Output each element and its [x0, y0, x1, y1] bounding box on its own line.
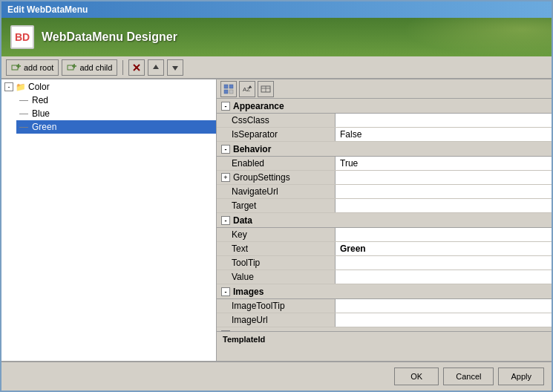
- prop-imagetooltip: ImageToolTip: [217, 299, 552, 313]
- categorize-icon: [223, 84, 234, 94]
- dash-icon: —: [19, 95, 28, 105]
- prop-isseparator-name: IsSeparator: [217, 128, 336, 141]
- prop-value-name: Value: [217, 270, 336, 284]
- section-images: - Images: [217, 284, 552, 299]
- right-toolbar: AZ: [217, 79, 552, 99]
- section-images-label: Images: [233, 287, 264, 297]
- prop-key: Key: [217, 228, 552, 242]
- prop-key-value[interactable]: [336, 228, 552, 241]
- tree-root-label: Color: [28, 82, 50, 92]
- header-banner: BD WebDataMenu Designer: [1, 18, 552, 56]
- data-expand[interactable]: -: [221, 216, 230, 225]
- section-appearance-label: Appearance: [233, 101, 284, 111]
- prop-value-row: Value: [217, 270, 552, 284]
- move-down-icon: [171, 63, 180, 72]
- prop-tooltip-value[interactable]: [336, 256, 552, 270]
- tree-leaf-red-label: Red: [32, 95, 48, 105]
- tree-panel: - 📁 Color — Red — Blue — Green: [1, 79, 217, 361]
- move-up-icon: [151, 63, 160, 72]
- delete-icon: [132, 63, 141, 72]
- section-appearance: - Appearance: [217, 99, 552, 114]
- prop-imageurl-name: ImageUrl: [217, 313, 336, 327]
- add-root-button[interactable]: add root: [6, 59, 59, 76]
- prop-target: Target: [217, 199, 552, 213]
- prop-groupsettings-name: +GroupSettings: [217, 171, 336, 184]
- header-icon: BD: [10, 25, 34, 49]
- behavior-expand[interactable]: -: [221, 145, 230, 154]
- prop-isseparator: IsSeparator False: [217, 128, 552, 142]
- properties-icon: [261, 84, 271, 94]
- prop-value-value[interactable]: [336, 270, 552, 284]
- apply-button[interactable]: Apply: [498, 368, 544, 385]
- prop-target-name: Target: [217, 199, 336, 212]
- prop-navigateurl-value[interactable]: [336, 185, 552, 198]
- section-behavior: - Behavior: [217, 142, 552, 157]
- prop-cssclass: CssClass: [217, 114, 552, 128]
- svg-rect-10: [224, 85, 228, 88]
- prop-enabled-value[interactable]: True: [336, 157, 552, 170]
- svg-rect-13: [229, 90, 233, 94]
- prop-imagetooltip-value[interactable]: [336, 299, 552, 313]
- property-grid-panel: AZ - Appearanc: [217, 79, 552, 361]
- cancel-button[interactable]: Cancel: [443, 368, 494, 385]
- prop-groupsettings-value[interactable]: [336, 171, 552, 184]
- tree-leaf-green-label: Green: [32, 122, 56, 132]
- groupsettings-expand[interactable]: +: [221, 173, 230, 182]
- tree-expand-icon[interactable]: -: [4, 82, 13, 91]
- add-child-button[interactable]: add child: [62, 59, 117, 76]
- prop-cssclass-name: CssClass: [217, 114, 336, 127]
- prop-imagetooltip-name: ImageToolTip: [217, 299, 336, 313]
- tree-root-row[interactable]: - 📁 Color: [1, 80, 216, 94]
- prop-text-value[interactable]: Green: [336, 242, 552, 255]
- content-area: - 📁 Color — Red — Blue — Green: [1, 79, 552, 361]
- footer-bar: OK Cancel Apply: [1, 361, 552, 391]
- prop-imageurl-value[interactable]: [336, 313, 552, 327]
- folder-icon: 📁: [16, 82, 26, 92]
- section-behavior-label: Behavior: [233, 144, 271, 154]
- dash-icon: —: [19, 108, 28, 119]
- tree-leaf-green[interactable]: — Green: [16, 120, 216, 134]
- prop-key-name: Key: [217, 228, 336, 241]
- tree-leaf-red[interactable]: — Red: [16, 94, 216, 107]
- prop-text: Text Green: [217, 242, 552, 256]
- add-child-icon: [67, 62, 77, 73]
- prop-cssclass-value[interactable]: [336, 114, 552, 127]
- images-expand[interactable]: -: [221, 287, 230, 296]
- section-data-label: Data: [233, 215, 252, 226]
- tree-leaf-blue[interactable]: — Blue: [16, 107, 216, 120]
- delete-button[interactable]: [128, 59, 145, 76]
- prop-navigateurl: NavigateUrl: [217, 185, 552, 199]
- tree-leaf-blue-label: Blue: [32, 108, 50, 119]
- prop-target-value[interactable]: [336, 199, 552, 212]
- property-description: TemplateId: [217, 331, 552, 361]
- prop-enabled: Enabled True: [217, 157, 552, 171]
- add-root-icon: [11, 62, 22, 73]
- prop-enabled-name: Enabled: [217, 157, 336, 170]
- prop-tooltip-name: ToolTip: [217, 256, 336, 270]
- properties-button[interactable]: [258, 81, 274, 97]
- alphabetical-button[interactable]: AZ: [239, 81, 255, 97]
- svg-marker-9: [172, 66, 178, 71]
- prop-desc-title: TemplateId: [223, 335, 546, 344]
- main-toolbar: add root add child: [1, 56, 552, 79]
- title-bar: Edit WebDataMenu: [1, 1, 552, 18]
- property-grid: - Appearance CssClass IsSeparator False …: [217, 99, 552, 331]
- title-bar-text: Edit WebDataMenu: [7, 4, 88, 15]
- alphabetical-icon: AZ: [242, 84, 252, 94]
- prop-navigateurl-name: NavigateUrl: [217, 185, 336, 198]
- move-down-button[interactable]: [167, 59, 183, 76]
- header-title: WebDataMenu Designer: [42, 30, 177, 44]
- svg-rect-12: [224, 90, 228, 94]
- prop-imageurl: ImageUrl: [217, 313, 552, 327]
- appearance-expand[interactable]: -: [221, 102, 230, 111]
- prop-isseparator-value[interactable]: False: [336, 128, 552, 141]
- tree-root-item: - 📁 Color — Red — Blue — Green: [1, 79, 216, 134]
- dash-icon: —: [19, 122, 28, 132]
- categorize-button[interactable]: [220, 81, 237, 97]
- move-up-button[interactable]: [148, 59, 164, 76]
- ok-button[interactable]: OK: [394, 368, 439, 385]
- section-data: - Data: [217, 213, 552, 228]
- toolbar-separator: [122, 60, 123, 75]
- prop-text-name: Text: [217, 242, 336, 255]
- prop-tooltip: ToolTip: [217, 256, 552, 270]
